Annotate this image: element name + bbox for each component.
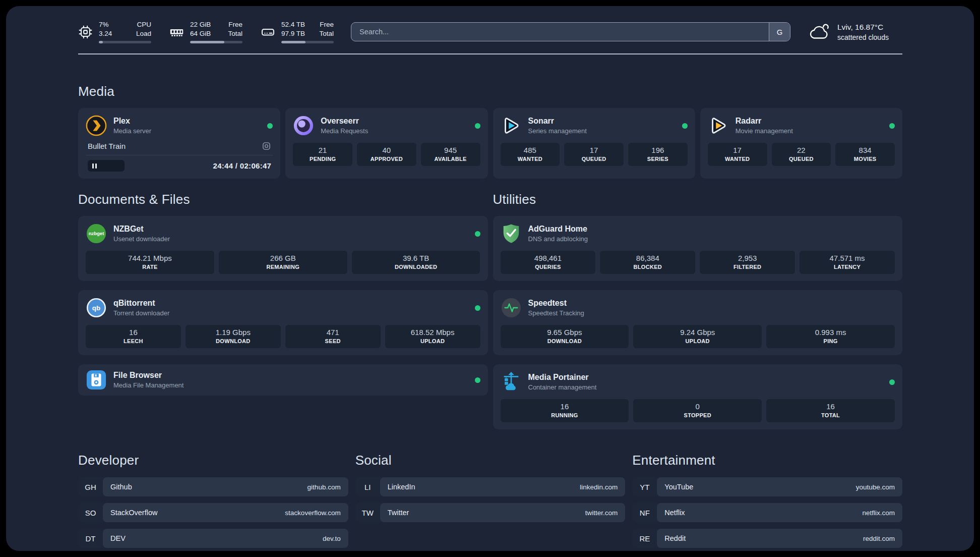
weather-condition: scattered clouds xyxy=(837,33,889,41)
stat-label: RUNNING xyxy=(503,412,627,418)
bookmark-stackoverflow[interactable]: SOStackOverflowstackoverflow.com xyxy=(78,503,348,522)
stat-label: SEED xyxy=(287,338,379,344)
stat-label: LATENCY xyxy=(802,264,893,270)
stat-box-queued: 22QUEUED xyxy=(772,143,831,166)
service-name: File Browser xyxy=(113,371,183,380)
stat-box-seed: 471SEED xyxy=(285,325,381,348)
service-subtitle: Torrent downloader xyxy=(113,309,169,317)
scattered-clouds-icon xyxy=(808,20,831,43)
bookmark-name: Twitter xyxy=(388,509,409,517)
service-card-sonarr[interactable]: SonarrSeries management485WANTED17QUEUED… xyxy=(493,108,695,179)
stat-box-remaining: 266 GBREMAINING xyxy=(219,251,347,274)
resource-value: 64 GiB xyxy=(190,29,211,38)
service-card-file-browser[interactable]: File BrowserMedia File Management xyxy=(78,364,488,396)
adguard-icon xyxy=(501,223,522,244)
resource-progress-fill xyxy=(190,41,224,43)
status-online-dot xyxy=(889,379,895,385)
camera-icon xyxy=(262,141,271,151)
stat-value: 16 xyxy=(503,402,627,411)
stat-value: 16 xyxy=(88,328,179,337)
bookmark-abbr: RE xyxy=(632,529,657,548)
bookmark-url: youtube.com xyxy=(856,483,895,491)
bookmark-twitter[interactable]: TWTwittertwitter.com xyxy=(355,503,626,522)
stat-value: 834 xyxy=(837,146,893,154)
filebrowser-icon xyxy=(86,369,107,391)
plex-icon xyxy=(86,115,107,136)
service-name: Plex xyxy=(113,117,151,126)
service-card-nzbget[interactable]: nzbgetNZBGetUsenet downloader744.21 Mbps… xyxy=(78,216,488,281)
status-online-dot xyxy=(267,123,273,129)
stat-label: FILTERED xyxy=(702,264,793,270)
stat-value: 744.21 Mbps xyxy=(88,254,212,262)
stat-label: WANTED xyxy=(503,156,558,162)
service-name: NZBGet xyxy=(113,225,170,234)
stat-label: DOWNLOAD xyxy=(503,338,627,344)
stat-box-stopped: 0STOPPED xyxy=(633,399,762,422)
stat-value: 86,384 xyxy=(602,254,693,262)
stat-label: RATE xyxy=(88,264,212,270)
status-online-dot xyxy=(475,231,480,237)
service-subtitle: Media File Management xyxy=(113,381,183,389)
sonarr-icon xyxy=(501,115,522,136)
top-bar: 7%3.24CPULoad22 GiB64 GiBFreeTotal52.4 T… xyxy=(78,17,902,43)
status-online-dot xyxy=(475,305,480,311)
stat-box-wanted: 17WANTED xyxy=(708,143,767,166)
bookmark-linkedin[interactable]: LILinkedInlinkedin.com xyxy=(355,477,626,496)
bookmark-github[interactable]: GHGithubgithub.com xyxy=(78,477,348,496)
bookmark-name: Netflix xyxy=(664,509,685,517)
bookmark-name: LinkedIn xyxy=(388,483,415,491)
service-card-adguard-home[interactable]: AdGuard HomeDNS and adblocking498,461QUE… xyxy=(493,216,903,281)
resource-label: Total xyxy=(228,29,242,38)
stat-value: 9.24 Gbps xyxy=(635,328,760,337)
status-online-dot xyxy=(475,377,480,383)
stat-box-latency: 47.571 msLATENCY xyxy=(800,251,895,274)
service-card-media-portainer[interactable]: Media PortainerContainer management16RUN… xyxy=(493,364,903,429)
bookmark-name: StackOverflow xyxy=(110,509,157,517)
bookmark-youtube[interactable]: YTYouTubeyoutube.com xyxy=(632,477,902,496)
stat-label: BLOCKED xyxy=(602,264,693,270)
service-card-qbittorrent[interactable]: qbqBittorrentTorrent downloader16LEECH1.… xyxy=(78,290,488,355)
search-input[interactable] xyxy=(351,22,790,41)
bookmark-group-entertainment: EntertainmentYTYouTubeyoutube.comNFNetfl… xyxy=(632,453,902,551)
service-card-overseerr[interactable]: OverseerrMedia Requests21PENDING40APPROV… xyxy=(285,108,487,179)
bookmark-name: YouTube xyxy=(664,483,693,491)
bookmark-netflix[interactable]: NFNetflixnetflix.com xyxy=(632,503,902,522)
section-title-documents: Documents & Files xyxy=(78,192,488,207)
bookmark-reddit[interactable]: RERedditreddit.com xyxy=(632,529,902,548)
resource-value: 7% xyxy=(99,20,112,29)
service-subtitle: Media server xyxy=(113,127,151,135)
status-online-dot xyxy=(889,123,895,129)
stat-value: 471 xyxy=(287,328,379,337)
stat-label: WANTED xyxy=(710,156,765,162)
search-provider-button[interactable]: G xyxy=(769,23,790,41)
bookmark-url: stackoverflow.com xyxy=(285,509,340,517)
pause-button[interactable] xyxy=(88,160,125,172)
bookmark-abbr: YT xyxy=(632,477,657,496)
weather-location-temp: Lviv, 16.87°C xyxy=(837,23,889,32)
service-card-plex[interactable]: PlexMedia serverBullet Train24:44 / 02:0… xyxy=(78,108,280,179)
bookmark-abbr: DT xyxy=(78,529,103,548)
stat-value: 266 GB xyxy=(221,254,345,262)
service-subtitle: Speedtest Tracking xyxy=(528,309,584,317)
cpu-icon xyxy=(78,25,93,39)
service-card-radarr[interactable]: RadarrMovie management17WANTED22QUEUED83… xyxy=(700,108,902,179)
service-subtitle: Usenet downloader xyxy=(113,235,170,243)
now-playing-row: Bullet Train xyxy=(86,137,273,155)
resource-label: CPU xyxy=(136,20,151,29)
stat-label: MOVIES xyxy=(837,156,893,162)
stat-value: 0 xyxy=(635,402,760,411)
bookmark-group-social: SocialLILinkedInlinkedin.comTWTwittertwi… xyxy=(355,453,626,551)
bookmark-dev[interactable]: DTDEVdev.to xyxy=(78,529,348,548)
stat-label: DOWNLOAD xyxy=(188,338,279,344)
bookmark-group-developer: DeveloperGHGithubgithub.comSOStackOverfl… xyxy=(78,453,348,551)
stat-value: 47.571 ms xyxy=(802,254,893,262)
stat-value: 945 xyxy=(423,146,478,154)
resource-value: 22 GiB xyxy=(190,20,211,29)
svg-text:nzbget: nzbget xyxy=(89,231,105,236)
resource-progress-fill xyxy=(281,41,305,43)
service-card-speedtest[interactable]: SpeedtestSpeedtest Tracking9.65 GbpsDOWN… xyxy=(493,290,903,355)
bookmark-name: DEV xyxy=(110,534,126,542)
service-name: Speedtest xyxy=(528,299,584,308)
resource-progress-bar xyxy=(281,41,334,43)
bookmark-abbr: TW xyxy=(355,503,380,522)
